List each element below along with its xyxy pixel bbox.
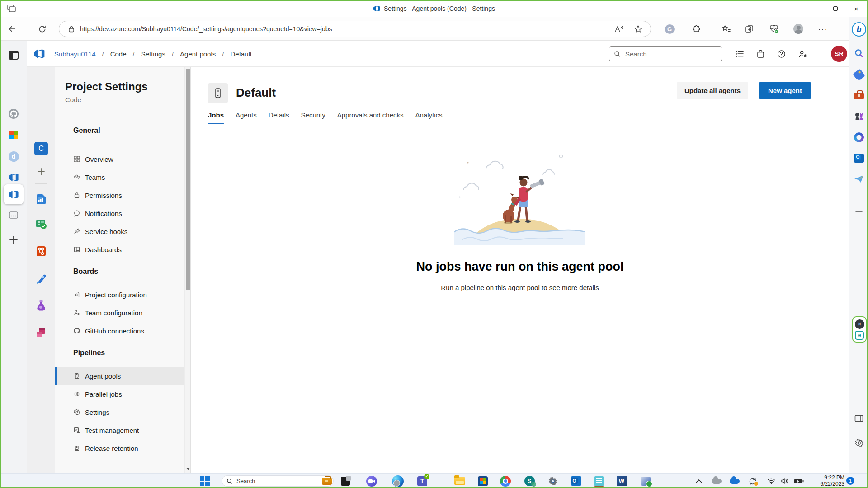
azure-devops-active-tab[interactable] bbox=[4, 184, 24, 204]
sidebar-item-overview[interactable]: Overview bbox=[55, 150, 185, 168]
sync-icon[interactable] bbox=[746, 474, 760, 488]
settings-app-icon[interactable] bbox=[545, 474, 561, 488]
maximize-button[interactable] bbox=[825, 1, 846, 16]
new-tab-icon[interactable] bbox=[0, 232, 27, 248]
store-icon[interactable] bbox=[475, 474, 491, 488]
sidebar-item-notifications[interactable]: Notifications bbox=[55, 204, 185, 222]
lock-icon[interactable] bbox=[68, 26, 75, 33]
drop-icon[interactable] bbox=[849, 172, 868, 186]
battery-icon[interactable] bbox=[792, 474, 806, 488]
file-explorer-icon[interactable] bbox=[452, 474, 468, 488]
boards-hub-icon[interactable] bbox=[27, 217, 55, 231]
pipelines-hub-icon[interactable] bbox=[27, 272, 55, 286]
camera-app-icon[interactable] bbox=[363, 474, 380, 488]
breadcrumb-agent-pools[interactable]: Agent pools bbox=[180, 50, 216, 58]
project-avatar[interactable]: C bbox=[27, 142, 55, 155]
refresh-icon[interactable] bbox=[33, 17, 51, 41]
search-highlight-icon[interactable] bbox=[322, 478, 332, 485]
user-settings-icon[interactable] bbox=[793, 41, 813, 67]
games-icon[interactable] bbox=[849, 109, 868, 124]
sidebar-item-agent-pools[interactable]: Agent pools bbox=[55, 367, 185, 385]
shopping-icon[interactable] bbox=[849, 68, 868, 82]
sidebar-item-teams[interactable]: Teams bbox=[55, 168, 185, 186]
more-menu-icon[interactable]: ··· bbox=[815, 17, 831, 41]
profile-icon[interactable] bbox=[790, 17, 807, 41]
test-plans-hub-icon[interactable] bbox=[27, 299, 55, 312]
favorite-star-icon[interactable] bbox=[634, 25, 642, 33]
sidebar-item-release-retention[interactable]: Release retention bbox=[55, 439, 185, 457]
github-tab-icon[interactable] bbox=[0, 105, 27, 123]
add-project-icon[interactable] bbox=[27, 165, 55, 178]
artifacts-hub-icon[interactable] bbox=[27, 326, 55, 339]
collections-card-tab-icon[interactable] bbox=[0, 206, 27, 224]
microsoft-365-icon[interactable] bbox=[849, 130, 868, 145]
tools-icon[interactable] bbox=[849, 89, 868, 103]
minimize-button[interactable] bbox=[804, 1, 825, 16]
close-button[interactable]: × bbox=[846, 1, 867, 16]
volume-icon[interactable] bbox=[778, 474, 791, 488]
sidebar-item-permissions[interactable]: Permissions bbox=[55, 186, 185, 204]
tab-security[interactable]: Security bbox=[301, 111, 326, 124]
marketplace-bag-icon[interactable] bbox=[751, 41, 769, 67]
extensions-icon[interactable] bbox=[689, 17, 704, 41]
read-aloud-icon[interactable] bbox=[614, 25, 624, 33]
favorites-icon[interactable] bbox=[718, 17, 734, 41]
breadcrumb-org[interactable]: Subhayu0114 bbox=[54, 50, 95, 58]
grammarly-icon[interactable]: G bbox=[663, 17, 676, 41]
sidebar-item-project-configuration[interactable]: Project configuration bbox=[55, 286, 185, 304]
widgets-board-icon[interactable] bbox=[338, 474, 353, 488]
remote-app-icon[interactable] bbox=[637, 474, 654, 488]
eset-icon[interactable]: e bbox=[855, 331, 864, 340]
task-list-icon[interactable] bbox=[731, 41, 749, 67]
tab-actions-icon[interactable] bbox=[0, 46, 27, 64]
start-button[interactable] bbox=[196, 474, 214, 488]
sidebar-item-dashboards[interactable]: Dashboards bbox=[55, 240, 185, 258]
repos-hub-icon[interactable] bbox=[27, 244, 55, 258]
taskbar-search[interactable]: Search bbox=[222, 475, 334, 487]
word-icon[interactable]: W bbox=[613, 474, 630, 488]
tab-details[interactable]: Details bbox=[269, 111, 289, 124]
sidebar-item-parallel-jobs[interactable]: Parallel jobs bbox=[55, 385, 185, 403]
collections-icon[interactable] bbox=[741, 17, 758, 41]
panel-scrollbar[interactable] bbox=[184, 67, 190, 473]
devops-search-box[interactable]: Search bbox=[609, 46, 722, 61]
breadcrumb-settings[interactable]: Settings bbox=[141, 50, 165, 58]
sidebar-item-github-connections[interactable]: GitHub connections bbox=[55, 322, 185, 340]
overview-hub-icon[interactable] bbox=[27, 192, 55, 206]
screen-share-widget[interactable]: ✕ e bbox=[852, 316, 867, 343]
wifi-icon[interactable] bbox=[765, 474, 778, 488]
new-agent-button[interactable]: New agent bbox=[760, 82, 811, 99]
sidebar-panel-icon[interactable] bbox=[849, 411, 868, 426]
azure-devops-tab-icon[interactable] bbox=[0, 168, 27, 186]
clock[interactable]: 9:22 PM 6/22/2023 bbox=[806, 474, 844, 488]
url-text[interactable]: https://dev.azure.com/Subhayu0114/Code/_… bbox=[80, 25, 614, 33]
chrome-icon[interactable] bbox=[497, 474, 514, 488]
notification-badge[interactable]: 1 bbox=[846, 477, 854, 485]
sidebar-search-icon[interactable] bbox=[849, 46, 868, 61]
onedrive-icon[interactable] bbox=[728, 474, 741, 488]
sharepoint-icon[interactable]: S bbox=[521, 474, 538, 488]
breadcrumb-project[interactable]: Code bbox=[110, 50, 127, 58]
browser-essentials-icon[interactable] bbox=[766, 17, 782, 41]
tab-jobs[interactable]: Jobs bbox=[208, 111, 224, 124]
sidebar-item-service-hooks[interactable]: Service hooks bbox=[55, 222, 185, 240]
sidebar-item-test-management[interactable]: Test management bbox=[55, 421, 185, 439]
teams-taskbar-icon[interactable]: T bbox=[414, 474, 430, 488]
tab-agents[interactable]: Agents bbox=[236, 111, 257, 124]
user-avatar[interactable]: SR bbox=[831, 46, 847, 62]
update-all-agents-button[interactable]: Update all agents bbox=[677, 82, 748, 99]
outlook-taskbar-icon[interactable] bbox=[568, 474, 584, 488]
address-bar[interactable]: https://dev.azure.com/Subhayu0114/Code/_… bbox=[59, 21, 651, 37]
cloud-icon[interactable] bbox=[710, 474, 723, 488]
breadcrumb-default[interactable]: Default bbox=[230, 50, 252, 58]
panel-scrollbar-down-arrow[interactable] bbox=[186, 468, 190, 470]
panel-scrollbar-thumb[interactable] bbox=[186, 69, 190, 290]
customize-sidebar-icon[interactable] bbox=[849, 204, 868, 219]
sidebar-outlook-icon[interactable] bbox=[849, 151, 868, 165]
microsoft-tab-icon[interactable] bbox=[0, 126, 27, 144]
help-icon[interactable] bbox=[772, 41, 790, 67]
bing-chat-icon[interactable]: b bbox=[849, 21, 868, 38]
daily-dev-tab-icon[interactable]: d bbox=[0, 147, 27, 165]
back-icon[interactable] bbox=[4, 17, 21, 41]
show-hidden-icons[interactable] bbox=[693, 474, 705, 488]
